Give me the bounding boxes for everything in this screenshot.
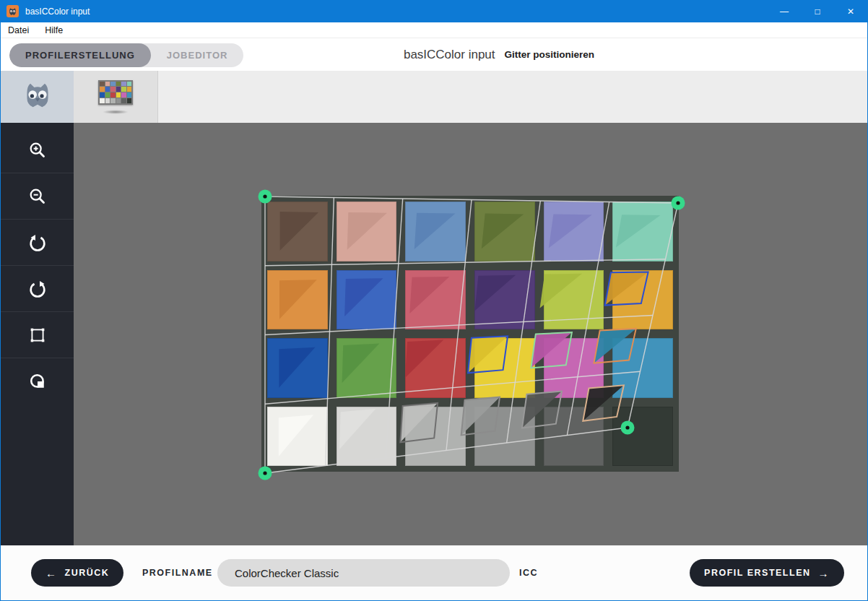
- thumb-patch-light-skin: [105, 82, 110, 87]
- thumb-patch-magenta: [121, 92, 126, 98]
- ref-triangle-blue-flower: [549, 214, 592, 248]
- ref-triangle-bluish-green: [616, 215, 661, 247]
- thumb-patch-yellow: [116, 92, 121, 98]
- ref-triangle-light-skin: [347, 212, 387, 250]
- tab-target-image[interactable]: [74, 71, 158, 123]
- thumb-patch-purple: [116, 87, 121, 92]
- ref-triangle-white: [279, 415, 313, 457]
- zoom-in-button[interactable]: [1, 127, 74, 173]
- profilename-input[interactable]: [217, 559, 510, 587]
- thumb-patch-cyan: [127, 92, 132, 98]
- tab-overview[interactable]: [1, 71, 74, 123]
- crop-rectangle-button[interactable]: [1, 312, 74, 358]
- zoom-in-icon: [27, 140, 48, 160]
- thumb-patch-orange-yellow: [127, 87, 132, 92]
- grid-line-horizontal: [265, 316, 653, 335]
- ref-triangle-blue-sky: [415, 213, 456, 249]
- image-canvas[interactable]: [74, 123, 867, 545]
- back-button[interactable]: ← ZURÜCK: [31, 559, 123, 587]
- crop-rectangle-icon: [27, 325, 48, 345]
- menu-hilfe[interactable]: Hilfe: [45, 25, 63, 35]
- thumb-patch-yellow-green: [121, 87, 126, 92]
- main-body: [1, 123, 867, 545]
- thumb-patch-neutral-8: [105, 98, 110, 103]
- rotate-right-icon: [27, 279, 48, 299]
- ref-triangle-dark-skin: [280, 212, 318, 251]
- ref-triangle-neutral-65: [400, 403, 438, 442]
- grid-overlay[interactable]: [74, 123, 867, 545]
- app-owl-icon: [6, 5, 19, 17]
- maximize-button[interactable]: □: [801, 0, 834, 22]
- image-tabstrip: [1, 71, 867, 123]
- zoom-out-icon: [27, 186, 48, 207]
- thumb-patch-purplish-blue: [105, 87, 110, 92]
- thumb-patch-blue-flower: [121, 82, 126, 87]
- header-row: PROFILERSTELLUNG JOBEDITOR basICColor in…: [1, 38, 867, 71]
- thumb-patch-dark-skin: [100, 82, 105, 87]
- grid-line-horizontal: [265, 428, 628, 473]
- thumb-patch-orange: [100, 87, 105, 92]
- ref-triangle-yellow: [468, 336, 508, 373]
- arrow-right-icon: →: [818, 567, 830, 579]
- zoom-out-button[interactable]: [1, 173, 74, 220]
- mode-switch: PROFILERSTELLUNG JOBEDITOR: [9, 43, 243, 67]
- tool-sidebar: [1, 123, 74, 545]
- rotate-left-icon: [27, 233, 48, 253]
- ref-triangle-yellow-green: [540, 274, 582, 308]
- shape-tool-button[interactable]: [1, 358, 74, 405]
- window-title: basICColor input: [25, 7, 90, 17]
- ref-triangle-purple: [474, 275, 516, 311]
- create-profile-button[interactable]: PROFIL ERSTELLEN →: [690, 559, 844, 587]
- page-subtitle: Gitter positionieren: [505, 49, 595, 60]
- menubar: Datei Hilfe: [1, 22, 867, 38]
- ref-triangle-green: [342, 344, 380, 383]
- ref-triangle-red: [405, 340, 443, 378]
- ref-triangle-foliage: [482, 214, 524, 249]
- thumb-patch-moderate-red: [110, 87, 116, 92]
- thumb-patch-blue-sky: [110, 82, 116, 87]
- thumb-patch-foliage: [116, 82, 121, 87]
- thumb-patch-neutral-5: [116, 98, 121, 103]
- page-title-group: basICColor input Gitter positionieren: [404, 38, 594, 71]
- thumb-patch-blue: [100, 92, 105, 98]
- titlebar: basICColor input — □ ✕: [1, 0, 867, 22]
- rotate-right-button[interactable]: [1, 266, 74, 312]
- tab-jobeditor[interactable]: JOBEDITOR: [151, 43, 244, 67]
- thumb-patch-bluish-green: [127, 82, 132, 87]
- thumb-patch-black: [127, 98, 132, 103]
- grid-handle-dot-br: [625, 425, 629, 429]
- ref-triangle-neutral-8: [339, 409, 376, 449]
- page-title: basICColor input: [404, 48, 495, 62]
- close-button[interactable]: ✕: [834, 0, 867, 22]
- minimize-button[interactable]: —: [768, 0, 801, 22]
- ref-triangle-orange: [279, 280, 317, 319]
- app-window: basICColor input — □ ✕ Datei Hilfe PROFI…: [0, 0, 868, 601]
- colorchecker-thumbnail: [98, 80, 133, 105]
- profilename-label: PROFILNAME: [142, 545, 213, 600]
- thumb-patch-red: [110, 92, 116, 98]
- thumb-patch-neutral-35: [121, 98, 126, 103]
- ref-triangle-neutral-5: [461, 397, 500, 436]
- owl-icon: [22, 81, 53, 113]
- thumbnail-shadow: [103, 110, 129, 114]
- ref-triangle-moderate-red: [409, 277, 449, 314]
- thumb-patch-green: [105, 92, 110, 98]
- menu-datei[interactable]: Datei: [8, 25, 29, 35]
- grid-handle-dot-tl: [263, 194, 266, 198]
- thumb-patch-neutral-65: [110, 98, 116, 103]
- thumb-patch-white: [100, 98, 105, 103]
- shape-tool-icon: [27, 371, 48, 392]
- tab-profilerstellung[interactable]: PROFILERSTELLUNG: [9, 43, 151, 67]
- grid-line-horizontal: [265, 371, 641, 404]
- grid-handle-dot-tr: [676, 201, 680, 204]
- arrow-left-icon: ←: [45, 567, 58, 579]
- icc-label: ICC: [519, 545, 538, 600]
- rotate-left-button[interactable]: [1, 220, 74, 266]
- footer-bar: ← ZURÜCK PROFILNAME ICC PROFIL ERSTELLEN…: [1, 545, 867, 600]
- ref-triangle-blue: [279, 347, 315, 388]
- grid-handle-dot-bl: [263, 471, 266, 475]
- ref-triangle-purplish-blue: [344, 278, 383, 316]
